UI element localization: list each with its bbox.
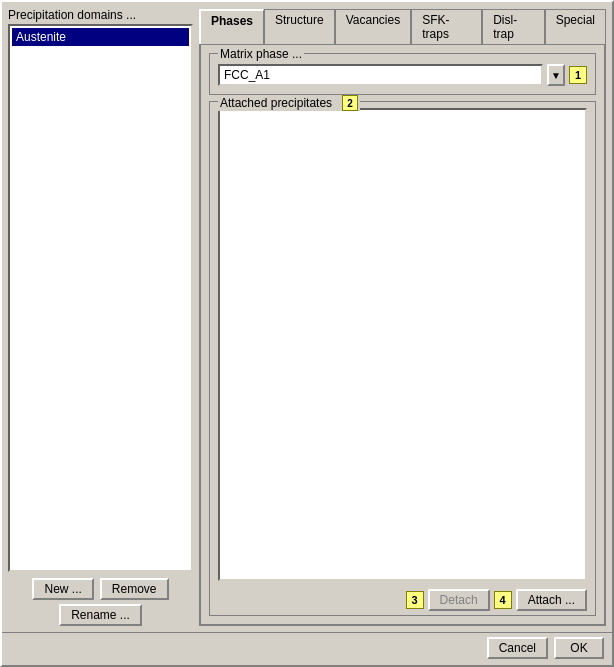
attach-button[interactable]: Attach ... — [516, 589, 587, 611]
badge-1[interactable]: 1 — [569, 66, 587, 84]
left-buttons: New ... Remove Rename ... — [8, 578, 193, 626]
left-panel-label: Precipitation domains ... — [8, 8, 193, 22]
remove-button[interactable]: Remove — [100, 578, 169, 600]
matrix-phase-row: FCC_A1 ▼ 1 — [218, 64, 587, 86]
attached-precipitates-group: Attached precipitates 2 3 Detach 4 Attac… — [209, 101, 596, 616]
cancel-button[interactable]: Cancel — [487, 637, 548, 659]
left-panel: Precipitation domains ... Austenite New … — [8, 8, 193, 626]
tab-structure[interactable]: Structure — [264, 9, 335, 44]
tab-bar: Phases Structure Vacancies SFK-traps Dis… — [199, 8, 606, 43]
detach-button[interactable]: Detach — [428, 589, 490, 611]
tab-phases[interactable]: Phases — [199, 9, 264, 44]
new-button[interactable]: New ... — [32, 578, 93, 600]
tab-vacancies[interactable]: Vacancies — [335, 9, 411, 44]
tab-content-phases: Matrix phase ... FCC_A1 ▼ 1 Attached pre… — [199, 43, 606, 626]
rename-button[interactable]: Rename ... — [59, 604, 142, 626]
dialog-footer: Cancel OK — [2, 632, 612, 665]
domain-list[interactable]: Austenite — [8, 24, 193, 572]
badge-3[interactable]: 3 — [406, 591, 424, 609]
badge-4[interactable]: 4 — [494, 591, 512, 609]
attached-precipitates-label: Attached precipitates 2 — [218, 95, 360, 111]
tab-disl-trap[interactable]: Disl-trap — [482, 9, 544, 44]
list-item[interactable]: Austenite — [12, 28, 189, 46]
attached-content: 3 Detach 4 Attach ... — [218, 108, 587, 611]
precipitate-buttons: 3 Detach 4 Attach ... — [218, 589, 587, 611]
matrix-phase-label: Matrix phase ... — [218, 47, 304, 61]
dropdown-arrow-icon[interactable]: ▼ — [547, 64, 565, 86]
matrix-phase-dropdown[interactable]: FCC_A1 — [218, 64, 543, 86]
badge-2[interactable]: 2 — [342, 95, 358, 111]
ok-button[interactable]: OK — [554, 637, 604, 659]
tab-sfk-traps[interactable]: SFK-traps — [411, 9, 482, 44]
precipitate-list[interactable] — [218, 108, 587, 581]
main-dialog: Precipitation domains ... Austenite New … — [0, 0, 614, 667]
right-panel: Phases Structure Vacancies SFK-traps Dis… — [199, 8, 606, 626]
tab-special[interactable]: Special — [545, 9, 606, 44]
matrix-phase-group: Matrix phase ... FCC_A1 ▼ 1 — [209, 53, 596, 95]
